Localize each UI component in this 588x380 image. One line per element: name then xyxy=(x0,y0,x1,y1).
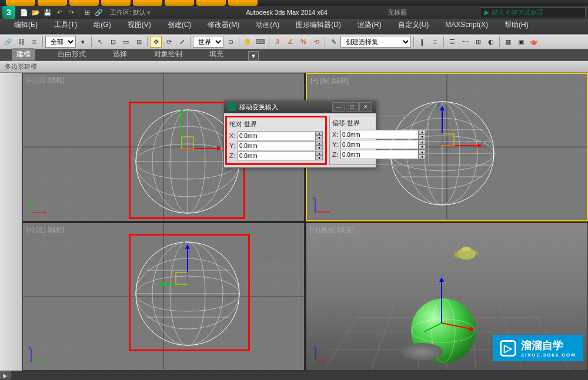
snap-toggle-icon[interactable]: 3 xyxy=(272,36,283,48)
menu-rendering[interactable]: 渲染(R) xyxy=(355,19,384,31)
new-icon[interactable]: 📄 xyxy=(19,7,29,18)
ribbon-tab-populate[interactable]: 填充 xyxy=(205,48,228,60)
menu-modifiers[interactable]: 修改器(M) xyxy=(205,19,242,31)
viewport-label[interactable]: [+] [顶] [线框] xyxy=(26,76,64,85)
move-gizmo[interactable]: y z xyxy=(158,237,217,296)
material-editor-icon[interactable]: ◐ xyxy=(485,36,497,48)
ribbon-tab-object-paint[interactable]: 对象绘制 xyxy=(149,48,187,60)
abs-z-input[interactable] xyxy=(238,151,316,160)
select-name-icon[interactable]: ⊡ xyxy=(107,36,119,48)
coord-system-dropdown[interactable]: 世界 xyxy=(193,36,223,48)
teapot-object[interactable] xyxy=(453,242,479,261)
spinner-up[interactable]: ▲ xyxy=(316,131,323,136)
open-icon[interactable]: 📂 xyxy=(31,7,41,18)
viewport-label[interactable]: [+] [左] [线框] xyxy=(26,226,64,234)
viewport-left[interactable]: [+] [左] [线框] y z yz xyxy=(22,223,305,371)
select-icon[interactable]: ↖ xyxy=(94,36,106,48)
menu-help[interactable]: 帮助(H) xyxy=(502,19,531,31)
off-y-input[interactable] xyxy=(340,140,419,149)
link-icon[interactable]: 🔗 xyxy=(93,7,104,18)
move-gizmo[interactable] xyxy=(424,264,483,335)
undo-icon[interactable]: ↶ xyxy=(54,7,65,18)
menu-customize[interactable]: 自定义(U) xyxy=(396,19,432,31)
angle-snap-icon[interactable]: ∠ xyxy=(285,36,296,48)
spinner-down[interactable]: ▼ xyxy=(419,144,426,149)
ribbon-panel-label[interactable]: 多边形建模 xyxy=(0,61,588,73)
scale-icon[interactable]: ⤢ xyxy=(176,36,188,48)
spinner-down[interactable]: ▼ xyxy=(316,146,323,150)
spinner-up[interactable]: ▲ xyxy=(419,130,426,134)
window-crossing-icon[interactable]: ⊞ xyxy=(133,36,145,48)
redo-icon[interactable]: ↷ xyxy=(66,7,76,18)
menu-views[interactable]: 视图(V) xyxy=(125,19,153,31)
mirror-icon[interactable]: ‖ xyxy=(416,36,428,48)
ribbon-tab-freeform[interactable]: 自由形式 xyxy=(53,48,91,60)
spinner-up[interactable]: ▲ xyxy=(419,150,426,154)
manipulate-icon[interactable]: ✋ xyxy=(242,36,253,48)
render-setup-icon[interactable]: ▦ xyxy=(502,36,514,48)
separator xyxy=(325,36,325,47)
spinner-up[interactable]: ▲ xyxy=(316,141,323,146)
abs-y-input[interactable] xyxy=(238,141,316,150)
move-icon[interactable]: ✥ xyxy=(150,36,162,48)
rotate-icon[interactable]: ⟳ xyxy=(163,36,175,48)
render-frame-icon[interactable]: ▣ xyxy=(515,36,527,48)
app-menu-button[interactable]: 3 xyxy=(2,6,15,19)
menu-create[interactable]: 创建(C) xyxy=(165,19,194,31)
named-set-icon[interactable]: ✎ xyxy=(328,36,339,48)
unlink-icon[interactable]: ⛓ xyxy=(15,36,27,48)
schematic-icon[interactable]: ⊞ xyxy=(472,36,484,48)
menu-maxscript[interactable]: MAXScript(X) xyxy=(443,19,490,30)
teapot-wireframe[interactable] xyxy=(240,246,305,304)
close-button[interactable]: ✕ xyxy=(359,102,372,112)
spinner-down[interactable]: ▼ xyxy=(316,136,323,140)
menu-animation[interactable]: 动画(A) xyxy=(253,19,282,31)
help-search-input[interactable]: ▶键入关键字或短语 xyxy=(480,7,586,18)
move-gizmo[interactable]: x z xyxy=(425,99,483,157)
minimize-button[interactable]: — xyxy=(332,102,345,112)
project-icon[interactable]: ⊞ xyxy=(82,7,92,18)
spinner-up[interactable]: ▲ xyxy=(419,140,426,144)
keyboard-icon[interactable]: ⌨ xyxy=(255,36,266,48)
svg-point-56 xyxy=(255,263,296,287)
layers-icon[interactable]: ☰ xyxy=(446,36,458,48)
absolute-column: 绝对:世界 X:▲▼ Y:▲▼ Z:▲▼ xyxy=(225,116,327,165)
align-icon[interactable]: ≡ xyxy=(429,36,441,48)
abs-x-input[interactable] xyxy=(238,131,316,140)
spinner-down[interactable]: ▼ xyxy=(316,156,323,160)
viewport-label[interactable]: [+] [前] [线框] xyxy=(310,76,348,85)
ribbon-tab-selection[interactable]: 选择 xyxy=(108,48,132,60)
ribbon-expand-button[interactable]: ▾ xyxy=(248,51,259,60)
menu-group[interactable]: 组(G) xyxy=(91,19,113,31)
spinner-snap-icon[interactable]: ⟲ xyxy=(310,36,322,48)
curve-editor-icon[interactable]: 〰 xyxy=(459,36,471,48)
link-icon[interactable]: 🔗 xyxy=(2,36,14,48)
selection-set-dropdown[interactable]: 创建选择集 xyxy=(340,36,411,48)
ribbon-tab-modeling[interactable]: 建模 xyxy=(12,48,35,60)
maximize-button[interactable]: □ xyxy=(346,102,359,112)
spinner-down[interactable]: ▼ xyxy=(419,154,426,159)
spinner-up[interactable]: ▲ xyxy=(316,151,323,156)
off-z-input[interactable] xyxy=(340,150,419,159)
move-transform-dialog[interactable]: 移动变换输入 — □ ✕ 绝对:世界 X:▲▼ Y:▲▼ Z:▲▼ 偏移:世界 … xyxy=(223,100,376,168)
tab-stub xyxy=(38,0,67,6)
bind-icon[interactable]: ≋ xyxy=(28,36,40,48)
workspace-label[interactable]: 工作区: 默认 xyxy=(110,8,146,17)
percent-snap-icon[interactable]: % xyxy=(298,36,309,48)
viewport-label[interactable]: [+] [透视] [真实] xyxy=(310,226,354,234)
off-x-input[interactable] xyxy=(340,130,419,139)
maxscript-listener-button[interactable]: ▶ xyxy=(0,371,11,379)
menu-tools[interactable]: 工具(T) xyxy=(52,19,79,31)
move-gizmo[interactable] xyxy=(164,102,223,160)
dialog-titlebar[interactable]: 移动变换输入 — □ ✕ xyxy=(224,100,376,113)
selection-filter-dropdown[interactable]: 全部 xyxy=(45,36,76,48)
menu-edit[interactable]: 编辑(E) xyxy=(12,19,40,31)
spinner-down[interactable]: ▼ xyxy=(419,134,426,139)
selection-filter-icon[interactable]: ▾ xyxy=(77,36,89,48)
tab-stub xyxy=(69,0,99,6)
pivot-icon[interactable]: ⊙ xyxy=(225,36,236,48)
render-icon[interactable]: 🫖 xyxy=(528,36,540,48)
select-region-icon[interactable]: ▭ xyxy=(120,36,132,48)
save-icon[interactable]: 💾 xyxy=(42,7,53,18)
menu-graph-editors[interactable]: 图形编辑器(D) xyxy=(293,19,343,31)
